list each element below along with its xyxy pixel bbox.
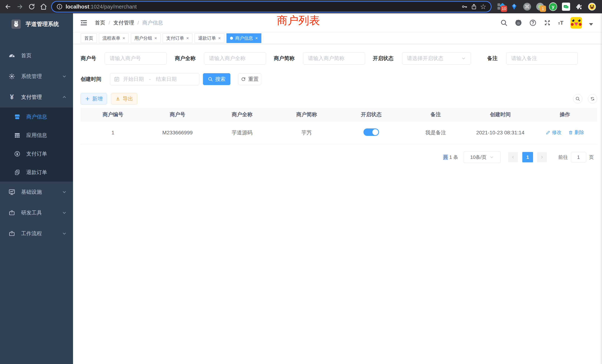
- close-icon[interactable]: ×: [186, 36, 189, 41]
- col-merchant-no: 商户号: [145, 108, 210, 121]
- extension-chat-icon[interactable]: [562, 3, 570, 11]
- sidebar-item-pay[interactable]: ¥ 支付管理: [0, 87, 73, 107]
- status-select[interactable]: 请选择开启状态: [402, 52, 471, 64]
- chevron-down-icon: [490, 155, 494, 159]
- sidebar-collapse-icon[interactable]: [80, 19, 88, 27]
- breadcrumb-current: 商户信息: [142, 19, 163, 26]
- create-time-label: 创建时间: [81, 76, 101, 83]
- sidebar-item-label: 工作流程: [21, 230, 42, 237]
- chevron-down-icon: [62, 74, 67, 79]
- extension-tampermonkey-icon[interactable]: 10: [497, 3, 505, 11]
- tab-process-form[interactable]: 流程表单×: [99, 33, 129, 43]
- sidebar-item-system[interactable]: 系统管理: [0, 66, 73, 87]
- close-icon[interactable]: ×: [122, 36, 125, 41]
- chevron-down-icon: [62, 210, 67, 215]
- help-icon[interactable]: [529, 19, 537, 26]
- breadcrumb-pay[interactable]: 支付管理: [113, 19, 134, 26]
- extension-gem-icon[interactable]: [510, 3, 518, 11]
- cell-actions: 修改 删除: [533, 121, 597, 144]
- toolbox-icon: [8, 230, 16, 237]
- add-button[interactable]: 新增: [81, 93, 107, 105]
- fullscreen-icon[interactable]: [544, 19, 551, 26]
- app-window: 芋道管理系统 首页 系统管理 ¥: [0, 13, 602, 364]
- app-title: 芋道管理系统: [26, 20, 59, 28]
- sidebar-item-app-info[interactable]: 应用信息: [0, 126, 73, 145]
- toggle-search-button[interactable]: [573, 94, 582, 103]
- browser-back-icon[interactable]: [4, 3, 11, 10]
- user-avatar[interactable]: [570, 17, 582, 29]
- trash-icon: [568, 130, 573, 135]
- status-toggle[interactable]: [364, 128, 379, 136]
- start-date-placeholder: 开始日期: [123, 76, 144, 83]
- app-logo-row[interactable]: 芋道管理系统: [0, 13, 73, 35]
- goto-page-input[interactable]: [571, 152, 586, 162]
- toolbox-icon: [8, 209, 16, 216]
- prev-page-button[interactable]: [508, 152, 518, 162]
- tab-home[interactable]: 首页: [81, 33, 97, 43]
- table-header-row: 商户编号 商户号 商户全称 商户简称 开启状态 备注 创建时间 操作: [81, 108, 597, 121]
- tab-refund-order[interactable]: 退款订单×: [195, 33, 224, 43]
- url-path: :1024/pay/merchant: [89, 4, 137, 10]
- bookmark-star-icon[interactable]: ☆: [480, 3, 486, 10]
- close-icon[interactable]: ×: [154, 36, 157, 41]
- search-icon[interactable]: [500, 19, 508, 26]
- extension-badge: 10: [501, 6, 507, 12]
- close-icon[interactable]: ×: [255, 36, 258, 41]
- close-icon[interactable]: ×: [218, 36, 221, 41]
- page-info-icon[interactable]: [56, 3, 63, 10]
- browser-profile-avatar[interactable]: [588, 3, 596, 11]
- page-size-select[interactable]: 10条/页: [464, 151, 500, 163]
- download-icon: [115, 96, 120, 101]
- tab-user-group[interactable]: 用户分组×: [131, 33, 161, 43]
- delete-link[interactable]: 删除: [568, 129, 584, 136]
- sidebar-item-infrastructure[interactable]: 基础设施: [0, 182, 73, 202]
- browser-home-icon[interactable]: [40, 3, 47, 10]
- password-key-icon[interactable]: [462, 3, 468, 10]
- refresh-table-button[interactable]: [588, 94, 597, 103]
- refresh-icon: [590, 96, 595, 101]
- avatar-caret-icon[interactable]: [589, 23, 593, 26]
- full-name-input[interactable]: 请输入商户全称: [204, 52, 266, 64]
- sidebar-item-refund-order[interactable]: 退款订单: [0, 163, 73, 182]
- url-bar[interactable]: localhost:1024/pay/merchant ☆: [52, 2, 491, 12]
- next-page-button[interactable]: [537, 152, 547, 162]
- col-remark: 备注: [404, 108, 468, 121]
- url-host: localhost: [66, 4, 89, 10]
- date-range-picker[interactable]: 开始日期 - 结束日期: [110, 73, 199, 85]
- sidebar-item-workflow[interactable]: 工作流程: [0, 223, 73, 244]
- font-size-icon[interactable]: тT: [558, 20, 563, 26]
- sidebar-item-pay-order[interactable]: 支付订单: [0, 145, 73, 163]
- search-icon: [208, 76, 213, 82]
- filter-row-1: 商户号 请输入商户号 商户全称 请输入商户全称 商户简称 请输入商户简称 开启状…: [81, 52, 597, 64]
- sidebar-menu: 首页 系统管理 ¥ 支付管理: [0, 45, 73, 244]
- extension-session-icon[interactable]: 1: [536, 3, 544, 11]
- sidebar-item-merchant-info[interactable]: 商户信息: [0, 107, 73, 126]
- sidebar-item-label: 系统管理: [21, 73, 42, 80]
- search-button[interactable]: 搜索: [203, 73, 230, 85]
- tab-pay-order[interactable]: 支付订单×: [163, 33, 192, 43]
- sidebar-item-dev-tools[interactable]: 研发工具: [0, 202, 73, 223]
- edit-pencil-icon: [546, 130, 550, 135]
- reset-button[interactable]: 重置: [238, 73, 261, 85]
- extension-command-icon[interactable]: ⌘: [523, 3, 531, 11]
- edit-link[interactable]: 修改: [546, 129, 562, 136]
- merchant-no-input[interactable]: 请输入商户号: [105, 52, 167, 64]
- col-create-time: 创建时间: [468, 108, 533, 121]
- chevron-down-icon: [461, 56, 466, 61]
- extension-y-icon[interactable]: y: [549, 3, 557, 11]
- export-button[interactable]: 导出: [111, 93, 137, 105]
- extensions-puzzle-icon[interactable]: [575, 3, 583, 11]
- browser-forward-icon[interactable]: [16, 3, 23, 10]
- remark-input[interactable]: 请输入备注: [506, 52, 578, 64]
- tab-merchant-info[interactable]: 商户信息×: [226, 33, 261, 43]
- breadcrumb-home[interactable]: 首页: [95, 19, 105, 26]
- browser-reload-icon[interactable]: [28, 3, 35, 10]
- github-icon[interactable]: [515, 19, 522, 26]
- share-icon[interactable]: [471, 3, 477, 10]
- short-name-input[interactable]: 请输入商户简称: [303, 52, 365, 64]
- chevron-left-icon: [511, 155, 515, 159]
- sidebar-item-home[interactable]: 首页: [0, 45, 73, 66]
- page-1-button[interactable]: 1: [522, 152, 533, 162]
- url-text[interactable]: localhost:1024/pay/merchant: [66, 4, 137, 10]
- sidebar-item-label: 基础设施: [21, 189, 42, 195]
